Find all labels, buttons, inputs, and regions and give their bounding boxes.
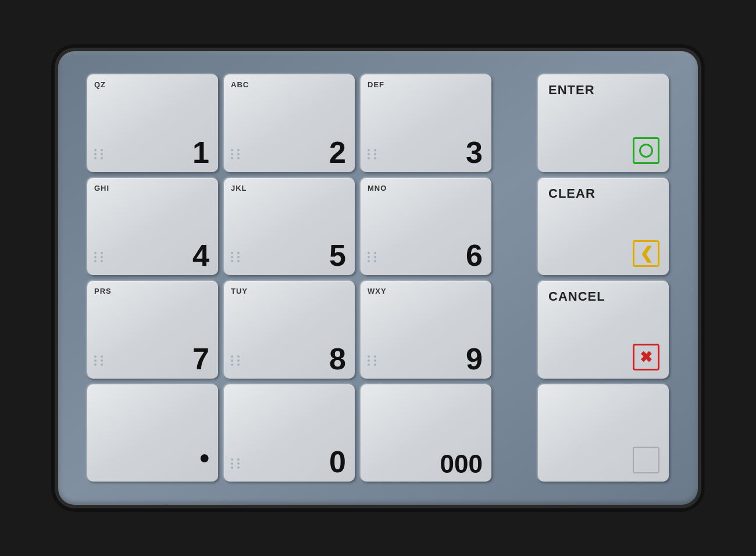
key-clear[interactable]: CLEAR ❮ — [538, 178, 669, 276]
key-cancel[interactable]: CANCEL ✖ — [538, 281, 669, 379]
key-3-number: 3 — [466, 137, 483, 167]
key-5[interactable]: JKL 5 — [224, 178, 355, 276]
enter-circle-icon — [639, 144, 653, 158]
key-8-letters: TUY — [231, 287, 248, 295]
key-9-number: 9 — [466, 344, 483, 374]
key-1-letters: QZ — [94, 80, 106, 89]
key-dot[interactable]: • — [87, 384, 218, 482]
key-blank[interactable] — [538, 384, 669, 482]
key-5-braille — [231, 252, 242, 262]
key-5-letters: JKL — [231, 184, 247, 193]
key-2-letters: ABC — [231, 80, 249, 89]
spacer-2 — [497, 178, 532, 276]
key-enter-label: ENTER — [548, 83, 595, 98]
key-000-number: 000 — [440, 451, 483, 477]
key-7-number: 7 — [192, 344, 209, 374]
key-7-letters: PRS — [94, 287, 112, 295]
key-4-number: 4 — [192, 240, 209, 270]
clear-icon: ❮ — [633, 240, 659, 267]
key-6[interactable]: MNO 6 — [361, 178, 491, 276]
key-7[interactable]: PRS 7 — [87, 281, 218, 379]
key-2[interactable]: ABC 2 — [224, 74, 355, 172]
spacer-4 — [497, 384, 532, 482]
key-3[interactable]: DEF 3 — [361, 74, 491, 172]
spacer-1 — [497, 74, 532, 172]
key-4[interactable]: GHI 4 — [87, 178, 218, 276]
key-6-braille — [368, 252, 379, 262]
key-8[interactable]: TUY 8 — [224, 281, 355, 379]
key-enter[interactable]: ENTER — [538, 74, 669, 172]
blank-icon — [633, 447, 659, 473]
cancel-icon: ✖ — [633, 344, 659, 370]
cancel-x-icon: ✖ — [640, 350, 652, 365]
key-clear-label: CLEAR — [548, 186, 595, 201]
key-1-braille — [94, 149, 105, 159]
key-9-letters: WXY — [368, 287, 387, 295]
key-9[interactable]: WXY 9 — [361, 281, 491, 379]
key-9-braille — [368, 355, 379, 366]
key-2-braille — [231, 149, 242, 159]
key-000[interactable]: 000 — [361, 384, 491, 482]
key-cancel-label: CANCEL — [548, 289, 605, 304]
key-8-number: 8 — [329, 344, 346, 374]
key-0-braille — [231, 458, 242, 469]
key-3-braille — [368, 149, 379, 159]
clear-arrow-icon: ❮ — [640, 245, 653, 262]
key-2-number: 2 — [329, 137, 346, 167]
key-dot-symbol: • — [199, 444, 209, 472]
enter-icon — [633, 137, 659, 164]
atm-keypad-body: QZ 1 ABC 2 DEF 3 — [58, 51, 698, 505]
key-0[interactable]: 0 — [224, 384, 355, 482]
key-1[interactable]: QZ 1 — [87, 74, 218, 172]
key-3-letters: DEF — [368, 80, 384, 89]
key-6-number: 6 — [466, 240, 483, 270]
key-5-number: 5 — [329, 240, 346, 270]
key-0-number: 0 — [329, 447, 346, 477]
key-6-letters: MNO — [368, 184, 387, 193]
keypad-grid: QZ 1 ABC 2 DEF 3 — [87, 74, 669, 482]
spacer-3 — [497, 281, 532, 379]
key-4-letters: GHI — [94, 184, 109, 193]
key-8-braille — [231, 355, 242, 366]
key-1-number: 1 — [192, 137, 209, 167]
key-4-braille — [94, 252, 105, 262]
key-7-braille — [94, 355, 105, 366]
